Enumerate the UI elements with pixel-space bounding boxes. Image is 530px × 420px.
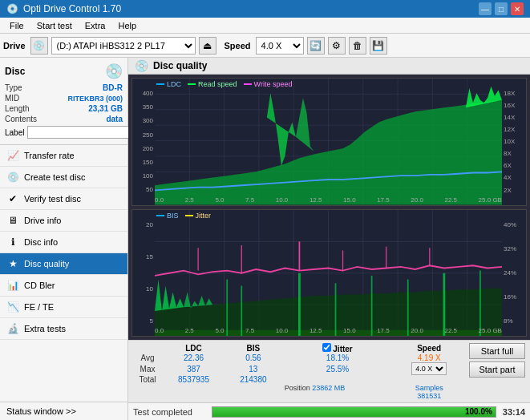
eject-button[interactable]: ⏏ xyxy=(199,37,216,55)
stats-table: LDCBISJitterSpeedAvg22.360.5618.1%4.19 X… xyxy=(133,343,464,400)
sidebar-item-label-transfer-rate: Transfer rate xyxy=(24,151,75,160)
top-chart-svg xyxy=(155,79,502,205)
sidebar-item-label-verify-test-disc: Verify test disc xyxy=(24,194,81,204)
ldc-dot xyxy=(156,83,164,85)
menu-extra[interactable]: Extra xyxy=(79,18,112,33)
close-button[interactable]: ✕ xyxy=(511,2,524,15)
legend-bis-label: BIS xyxy=(167,212,179,220)
sidebar-item-disc-info[interactable]: ℹ Disc info xyxy=(0,232,127,253)
sidebar-item-label-fe-te: FE / TE xyxy=(24,302,54,312)
top-y-axis-left: 400 350 300 250 200 150 100 50 xyxy=(132,90,155,194)
disc-mid-value: RITEKBR3 (000) xyxy=(67,95,123,103)
legend-ldc: LDC xyxy=(156,80,181,88)
write-dot xyxy=(244,83,252,85)
drive-label: Drive xyxy=(3,41,26,50)
stats-speed-select[interactable]: 4.0 X xyxy=(411,362,447,375)
sidebar-item-fe-te[interactable]: 📉 FE / TE xyxy=(0,297,127,318)
drive-info-icon: 🖥 xyxy=(6,214,19,227)
chart-title: Disc quality xyxy=(153,60,207,71)
main-content: Disc 💿 Type BD-R MID RITEKBR3 (000) Leng… xyxy=(0,58,530,420)
progress-label: Test completed xyxy=(133,407,205,417)
titlebar-controls: — □ ✕ xyxy=(479,2,524,15)
menu-start-test[interactable]: Start test xyxy=(30,18,79,33)
disc-mid-row: MID RITEKBR3 (000) xyxy=(5,94,123,103)
titlebar-title: 💿 Opti Drive Control 1.70 xyxy=(6,3,121,14)
status-window-label: Status window >> xyxy=(6,406,76,416)
progress-area: Test completed 100.0% 33:14 xyxy=(128,402,530,420)
bottom-y-axis-left: 20 15 10 5 xyxy=(132,221,155,325)
sidebar-item-label-drive-info: Drive info xyxy=(24,216,61,225)
menu-file[interactable]: File xyxy=(3,18,30,33)
chart-area: LDC Read speed Write speed 400 350 300 xyxy=(128,75,530,340)
legend-jitter-label: Jitter xyxy=(196,212,212,220)
legend-bis: BIS xyxy=(156,212,179,220)
status-window-button[interactable]: Status window >> xyxy=(0,402,127,420)
cd-bler-icon: 📊 xyxy=(6,279,19,292)
bis-dot xyxy=(156,215,164,216)
disc-contents-row: Contents data xyxy=(5,115,123,123)
fe-te-icon: 📉 xyxy=(6,301,19,313)
svg-marker-17 xyxy=(267,93,296,166)
sidebar-item-label-disc-info: Disc info xyxy=(24,237,58,247)
sidebar-item-drive-info[interactable]: 🖥 Drive info xyxy=(0,210,127,232)
legend-read-label: Read speed xyxy=(198,80,237,88)
sidebar: Disc 💿 Type BD-R MID RITEKBR3 (000) Leng… xyxy=(0,58,128,420)
sidebar-item-extra-tests[interactable]: 🔬 Extra tests xyxy=(0,318,127,340)
maximize-button[interactable]: □ xyxy=(495,2,508,15)
disc-type-label: Type xyxy=(5,83,22,92)
menubar: File Start test Extra Help xyxy=(0,18,530,34)
disc-label-text: Label xyxy=(5,128,24,137)
sidebar-item-transfer-rate[interactable]: 📈 Transfer rate xyxy=(0,145,127,167)
disc-type-row: Type BD-R xyxy=(5,83,123,92)
svg-marker-34 xyxy=(155,279,184,310)
app-title: Opti Drive Control 1.70 xyxy=(23,3,121,14)
sidebar-item-verify-test-disc[interactable]: ✔ Verify test disc xyxy=(0,188,127,210)
legend-write-label: Write speed xyxy=(254,80,293,88)
sidebar-item-create-test-disc[interactable]: 💿 Create test disc xyxy=(0,167,127,188)
create-test-disc-icon: 💿 xyxy=(6,171,19,184)
legend-ldc-label: LDC xyxy=(167,80,181,88)
stats-buttons: Start full Start part xyxy=(469,343,525,378)
disc-quality-icon: ★ xyxy=(6,257,19,270)
sidebar-item-disc-quality[interactable]: ★ Disc quality xyxy=(0,253,127,275)
right-panel: 💿 Disc quality LDC Read speed xyxy=(128,58,530,420)
start-full-button[interactable]: Start full xyxy=(469,343,525,359)
toolbar: Drive 💿 (D:) ATAPI iHBS312 2 PL17 ⏏ Spee… xyxy=(0,34,530,58)
svg-marker-18 xyxy=(296,98,314,151)
menu-help[interactable]: Help xyxy=(111,18,143,33)
sidebar-item-label-cd-bler: CD Bler xyxy=(24,281,55,290)
legend-write-speed: Write speed xyxy=(244,80,293,88)
progress-bar-fill xyxy=(212,407,496,417)
jitter-checkbox[interactable] xyxy=(322,343,331,352)
verify-test-disc-icon: ✔ xyxy=(6,192,19,205)
top-y-axis-right: 18X 16X 14X 12X 10X 8X 6X 4X 2X xyxy=(502,90,526,194)
progress-time: 33:14 xyxy=(503,407,525,417)
disc-panel-header: Disc 💿 xyxy=(5,63,123,80)
disc-contents-value: data xyxy=(106,115,123,123)
jitter-label: Jitter xyxy=(333,345,352,353)
speed-select[interactable]: 4.0 X xyxy=(256,37,304,55)
drive-select[interactable]: (D:) ATAPI iHBS312 2 PL17 xyxy=(51,37,196,55)
bottom-x-axis: 0.0 2.5 5.0 7.5 10.0 12.5 15.0 17.5 20.0… xyxy=(155,327,502,334)
sidebar-item-label-extra-tests: Extra tests xyxy=(24,324,66,333)
refresh-button[interactable]: 🔄 xyxy=(307,37,325,55)
legend-jitter: Jitter xyxy=(185,212,212,220)
disc-contents-label: Contents xyxy=(5,115,37,123)
save-button[interactable]: 💾 xyxy=(370,37,387,55)
disc-label-input[interactable] xyxy=(27,126,134,139)
start-part-button[interactable]: Start part xyxy=(469,361,525,378)
progress-bar-container: 100.0% xyxy=(212,406,496,418)
disc-panel-title: Disc xyxy=(5,66,25,77)
transfer-rate-icon: 📈 xyxy=(6,149,19,162)
disc-length-value: 23,31 GB xyxy=(88,104,123,113)
drive-icon: 💿 xyxy=(30,37,48,55)
jitter-dot xyxy=(185,215,193,216)
delete-button[interactable]: 🗑 xyxy=(349,37,366,55)
top-x-axis: 0.0 2.5 5.0 7.5 10.0 12.5 15.0 17.5 20.0… xyxy=(155,196,502,204)
disc-info-icon: ℹ xyxy=(6,236,19,248)
minimize-button[interactable]: — xyxy=(479,2,492,15)
settings-button[interactable]: ⚙ xyxy=(328,37,346,55)
disc-length-row: Length 23,31 GB xyxy=(5,104,123,113)
progress-text: 100.0% xyxy=(465,407,492,417)
sidebar-item-cd-bler[interactable]: 📊 CD Bler xyxy=(0,275,127,297)
